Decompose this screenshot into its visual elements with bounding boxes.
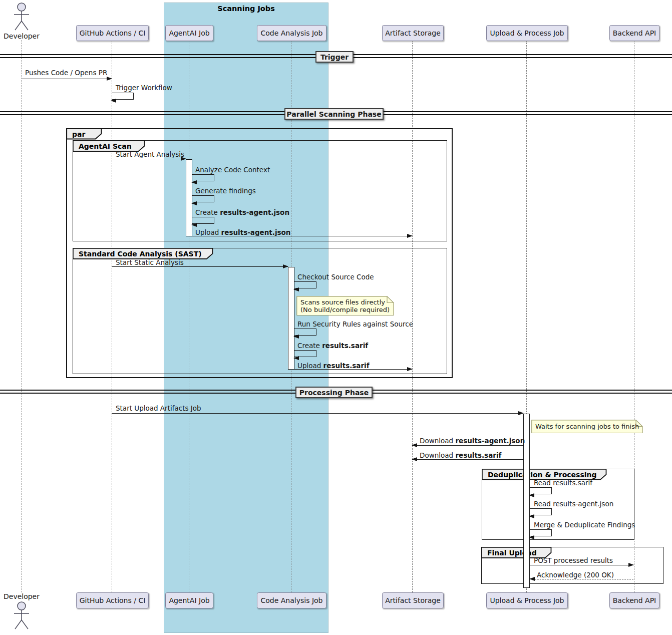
message-start-agent-analysis: Start Agent Analysis	[116, 150, 184, 158]
arrow-start-upload-artifacts-job	[112, 413, 523, 414]
svg-text:par: par	[72, 130, 85, 138]
arrow-start-agent-analysis	[112, 159, 186, 159]
divider-processing-phase: Processing Phase	[295, 387, 373, 398]
message-create-results-sarif: Create results.sarif	[297, 342, 368, 350]
svg-text:Scans source files directly: Scans source files directly	[300, 298, 385, 306]
participant-github-ci-bottom: GitHub Actions / CI	[76, 592, 149, 608]
message-upload-results-sarif: Upload results.sarif	[297, 362, 370, 370]
divider-trigger: Trigger	[315, 51, 354, 63]
participant-developer-bottom: Developer	[2, 592, 42, 600]
message-checkout-source-code: Checkout Source Code	[297, 273, 374, 281]
message-merge-deduplicate-findings: Merge & Deduplicate Findings	[534, 521, 635, 529]
lifeline-developer	[22, 40, 22, 592]
svg-text:(No build/compile required): (No build/compile required)	[300, 306, 390, 313]
note-scans-source-files: Scans source files directly (No build/co…	[296, 296, 394, 316]
sequence-diagram: Scanning Jobs Developer GitHub Actions /…	[0, 0, 672, 635]
message-read-results-agent-json: Read results-agent.json	[534, 500, 613, 508]
message-read-results-sarif: Read results.sarif	[534, 479, 592, 487]
message-start-static-analysis: Start Static Analysis	[116, 258, 184, 266]
participant-code-analysis-job-top: Code Analysis Job	[257, 25, 326, 41]
arrow-push-code	[22, 79, 112, 79]
message-upload-results-agent-json: Upload results-agent.json	[195, 228, 290, 236]
arrow-acknowledge-200-ok	[530, 579, 633, 579]
participant-github-ci-top: GitHub Actions / CI	[76, 25, 149, 41]
arrow-post-processed-results	[530, 565, 633, 565]
svg-text:Deduplication & Processing: Deduplication & Processing	[488, 471, 597, 479]
self-arrow-checkout-source-code	[294, 281, 316, 288]
participant-backend-api-bottom: Backend API	[609, 592, 659, 608]
participant-backend-api-top: Backend API	[609, 25, 659, 41]
self-arrow-trigger-workflow	[112, 93, 134, 100]
self-arrow-create-results-agent-json	[192, 217, 214, 224]
group-sast-header: Standard Code Analysis (SAST)	[73, 248, 213, 259]
arrow-start-static-analysis	[112, 266, 288, 267]
participant-code-analysis-job-bottom: Code Analysis Job	[257, 592, 326, 608]
self-arrow-merge-deduplicate-findings	[530, 529, 552, 536]
developer-actor-icon-bottom	[13, 601, 31, 632]
participant-upload-process-job-top: Upload & Process Job	[486, 25, 568, 41]
self-arrow-analyze-code-context	[192, 174, 214, 181]
message-acknowledge-200-ok: Acknowledge (200 OK)	[537, 571, 614, 579]
par-frame-header: par	[66, 128, 102, 140]
participant-artifact-storage-top: Artifact Storage	[382, 25, 444, 41]
arrow-download-results-sarif	[412, 459, 523, 460]
svg-text:Standard Code Analysis (SAST): Standard Code Analysis (SAST)	[79, 250, 202, 258]
scanning-jobs-box-title: Scanning Jobs	[164, 5, 328, 13]
self-arrow-run-security-rules	[294, 329, 316, 336]
participant-developer-top: Developer	[2, 32, 42, 40]
message-create-results-agent-json: Create results-agent.json	[195, 208, 289, 216]
message-download-results-sarif: Download results.sarif	[420, 451, 501, 459]
self-arrow-create-results-sarif	[294, 350, 316, 357]
message-generate-findings: Generate findings	[195, 187, 256, 195]
arrow-download-results-agent-json	[412, 445, 523, 446]
participant-agentai-job-top: AgentAI Job	[165, 25, 213, 41]
message-run-security-rules: Run Security Rules against Source	[297, 320, 413, 328]
self-arrow-read-results-agent-json	[530, 508, 552, 515]
developer-actor-icon	[13, 2, 31, 32]
self-arrow-read-results-sarif	[530, 487, 552, 494]
divider-parallel-scanning-phase: Parallel Scanning Phase	[284, 108, 384, 120]
message-start-upload-artifacts-job: Start Upload Artifacts Job	[116, 404, 201, 412]
message-analyze-code-context: Analyze Code Context	[195, 166, 270, 174]
note-waits-for-scanning-jobs: Waits for scanning jobs to finish	[531, 420, 643, 434]
self-arrow-generate-findings	[192, 195, 214, 202]
svg-text:AgentAI Scan: AgentAI Scan	[79, 142, 132, 150]
message-download-results-agent-json: Download results-agent.json	[420, 437, 525, 445]
message-push-code: Pushes Code / Opens PR	[25, 69, 107, 77]
message-post-processed-results: POST processed results	[534, 556, 613, 564]
participant-agentai-job-bottom: AgentAI Job	[165, 592, 213, 608]
participant-upload-process-job-bottom: Upload & Process Job	[486, 592, 568, 608]
activation-code-analysis-job	[288, 267, 294, 370]
message-trigger-workflow: Trigger Workflow	[116, 84, 172, 92]
participant-artifact-storage-bottom: Artifact Storage	[382, 592, 444, 608]
svg-text:Waits for scanning jobs to fin: Waits for scanning jobs to finish	[535, 423, 639, 430]
